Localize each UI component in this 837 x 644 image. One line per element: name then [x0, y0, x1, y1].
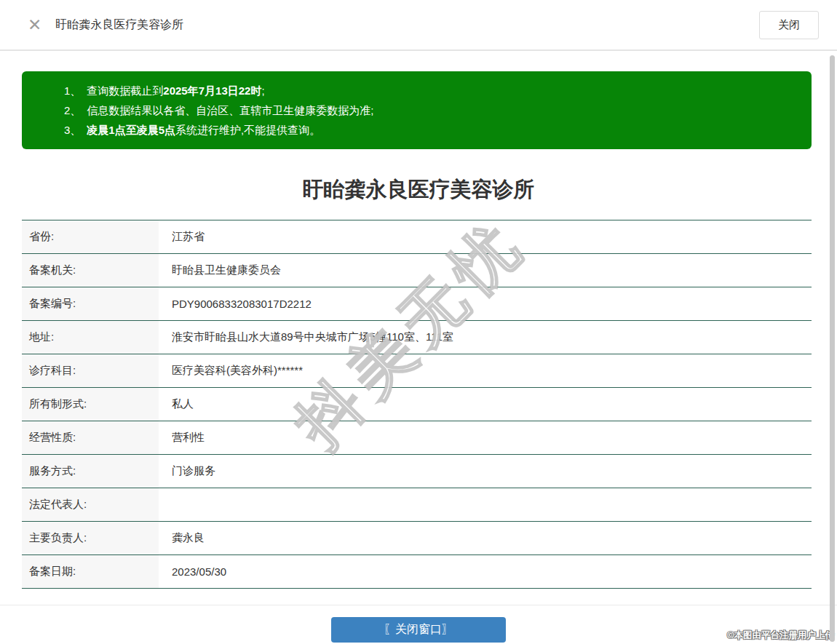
table-row: 主要负责人:龚永良	[22, 522, 812, 555]
row-value: 门诊服务	[159, 455, 812, 488]
table-row: 备案机关:盱眙县卫生健康委员会	[22, 254, 812, 287]
table-row: 省份:江苏省	[22, 220, 812, 254]
notice-line: 2、信息数据结果以各省、自治区、直辖市卫生健康委数据为准;	[64, 100, 797, 120]
footer: 〖关闭窗口〗	[0, 605, 837, 643]
row-value: 江苏省	[159, 220, 812, 254]
table-row: 法定代表人:	[22, 488, 812, 522]
close-window-button[interactable]: 〖关闭窗口〗	[331, 617, 506, 643]
row-value: 盱眙县卫生健康委员会	[159, 254, 812, 287]
table-row: 所有制形式:私人	[22, 388, 812, 421]
row-label: 备案日期:	[22, 555, 159, 589]
attribution-text: ©本图由平台注册用户上传	[727, 629, 834, 642]
table-row: 备案编号:PDY90068332083017D2212	[22, 287, 812, 321]
row-label: 地址:	[22, 321, 159, 354]
table-row: 地址:淮安市盱眙县山水大道89号中央城市广场5幢110室、111室	[22, 321, 812, 354]
row-label: 备案机关:	[22, 254, 159, 287]
table-row: 诊疗科目:医疗美容科(美容外科)******	[22, 354, 812, 388]
row-value: 医疗美容科(美容外科)******	[159, 354, 812, 388]
row-value: 营利性	[159, 421, 812, 455]
row-value: 私人	[159, 388, 812, 421]
notice-line: 1、查询数据截止到2025年7月13日22时;	[64, 81, 797, 100]
row-label: 省份:	[22, 220, 159, 254]
row-value: 龚永良	[159, 522, 812, 555]
notice-banner: 1、查询数据截止到2025年7月13日22时;2、信息数据结果以各省、自治区、直…	[22, 71, 812, 149]
row-label: 备案编号:	[22, 287, 159, 321]
info-table: 省份:江苏省备案机关:盱眙县卫生健康委员会备案编号:PDY90068332083…	[22, 220, 812, 589]
row-label: 法定代表人:	[22, 488, 159, 522]
close-icon[interactable]: ✕	[28, 17, 41, 33]
close-button[interactable]: 关闭	[759, 11, 819, 39]
row-value: 2023/05/30	[159, 555, 812, 589]
row-label: 诊疗科目:	[22, 354, 159, 388]
row-value: 淮安市盱眙县山水大道89号中央城市广场5幢110室、111室	[159, 321, 812, 354]
row-value: PDY90068332083017D2212	[159, 287, 812, 321]
vertical-scrollbar[interactable]	[830, 55, 835, 642]
window-title: 盱眙龚永良医疗美容诊所	[55, 17, 183, 33]
row-label: 服务方式:	[22, 455, 159, 488]
row-label: 所有制形式:	[22, 388, 159, 421]
top-bar: ✕ 盱眙龚永良医疗美容诊所 关闭	[0, 0, 837, 51]
table-row: 服务方式:门诊服务	[22, 455, 812, 488]
row-label: 经营性质:	[22, 421, 159, 455]
page-title: 盱眙龚永良医疗美容诊所	[0, 175, 837, 204]
table-row: 备案日期:2023/05/30	[22, 555, 812, 589]
notice-line: 3、凌晨1点至凌晨5点系统进行维护,不能提供查询。	[64, 120, 797, 140]
table-row: 经营性质:营利性	[22, 421, 812, 455]
row-label: 主要负责人:	[22, 522, 159, 555]
row-value	[159, 488, 812, 522]
